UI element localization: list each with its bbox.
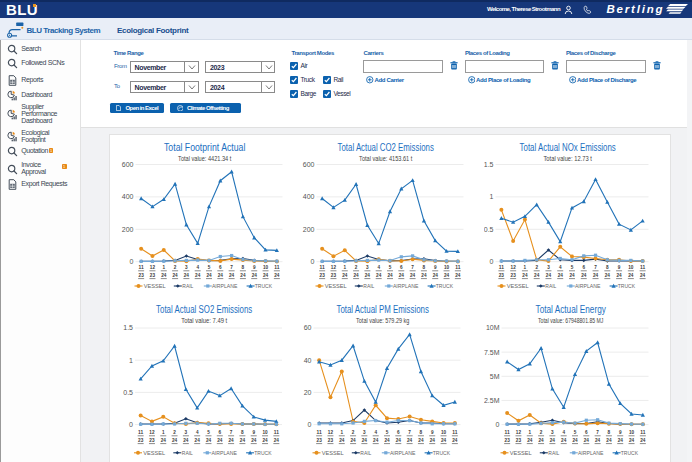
svg-text:24: 24 — [194, 437, 200, 443]
svg-text:24: 24 — [217, 437, 223, 443]
svg-text:RAIL: RAIL — [182, 282, 194, 289]
svg-text:2: 2 — [352, 429, 355, 435]
svg-text:11: 11 — [317, 429, 323, 435]
svg-text:1: 1 — [340, 429, 343, 435]
svg-text:23: 23 — [504, 437, 510, 443]
svg-text:4: 4 — [196, 264, 199, 270]
svg-text:2: 2 — [173, 429, 176, 435]
svg-text:24: 24 — [549, 437, 555, 443]
svg-text:RAIL: RAIL — [548, 449, 560, 456]
svg-text:24: 24 — [569, 272, 575, 278]
svg-text:24: 24 — [396, 437, 402, 443]
svg-text:10M: 10M — [485, 324, 499, 331]
svg-text:6: 6 — [219, 264, 222, 270]
svg-text:1: 1 — [162, 264, 165, 270]
svg-text:24: 24 — [595, 437, 601, 443]
svg-text:23: 23 — [149, 272, 155, 278]
svg-text:9: 9 — [252, 264, 255, 270]
svg-text:11: 11 — [320, 264, 326, 270]
svg-text:0: 0 — [489, 258, 493, 265]
svg-text:23: 23 — [498, 272, 504, 278]
svg-text:Total value: 4421.34 t: Total value: 4421.34 t — [178, 155, 231, 162]
svg-text:24: 24 — [527, 437, 533, 443]
svg-text:1: 1 — [129, 357, 133, 364]
svg-text:10: 10 — [444, 264, 449, 270]
svg-text:1.5: 1.5 — [123, 324, 133, 331]
svg-text:4: 4 — [195, 429, 198, 435]
svg-text:9: 9 — [617, 264, 620, 270]
svg-text:TRUCK: TRUCK — [433, 449, 451, 456]
svg-text:24: 24 — [410, 272, 416, 278]
svg-text:6: 6 — [400, 264, 403, 270]
svg-text:11: 11 — [138, 429, 144, 435]
svg-text:23: 23 — [149, 437, 155, 443]
svg-text:1: 1 — [528, 429, 531, 435]
svg-text:24: 24 — [262, 272, 268, 278]
svg-text:7: 7 — [596, 429, 599, 435]
svg-text:24: 24 — [373, 437, 379, 443]
svg-text:24: 24 — [444, 272, 450, 278]
svg-text:24: 24 — [183, 437, 189, 443]
svg-text:5: 5 — [570, 264, 573, 270]
svg-text:4: 4 — [374, 429, 377, 435]
svg-text:0.5: 0.5 — [484, 226, 494, 233]
svg-text:24: 24 — [534, 272, 540, 278]
svg-text:24: 24 — [617, 437, 623, 443]
svg-text:7: 7 — [230, 264, 233, 270]
svg-text:24: 24 — [183, 272, 189, 278]
svg-text:1: 1 — [161, 429, 164, 435]
svg-text:RAIL: RAIL — [545, 282, 557, 289]
svg-text:1: 1 — [343, 264, 346, 270]
svg-text:7: 7 — [229, 429, 232, 435]
svg-text:24: 24 — [430, 437, 436, 443]
svg-text:24: 24 — [545, 272, 551, 278]
svg-text:1: 1 — [489, 193, 493, 200]
svg-text:VESSEL: VESSEL — [143, 282, 166, 289]
svg-text:24: 24 — [161, 272, 167, 278]
svg-text:24: 24 — [628, 437, 634, 443]
svg-text:24: 24 — [628, 272, 634, 278]
svg-text:3: 3 — [363, 429, 366, 435]
svg-text:23: 23 — [328, 437, 334, 443]
svg-text:24: 24 — [339, 437, 345, 443]
svg-text:5M: 5M — [489, 373, 499, 380]
svg-text:6: 6 — [582, 264, 585, 270]
svg-text:12: 12 — [515, 429, 520, 435]
svg-text:24: 24 — [581, 272, 587, 278]
svg-text:12: 12 — [331, 264, 336, 270]
svg-text:8: 8 — [606, 264, 609, 270]
svg-text:Total Footprint Actual: Total Footprint Actual — [164, 142, 245, 153]
svg-text:24: 24 — [206, 272, 212, 278]
svg-text:3: 3 — [551, 429, 554, 435]
svg-text:TRUCK: TRUCK — [254, 449, 272, 456]
svg-text:1.5: 1.5 — [484, 161, 494, 168]
svg-text:10: 10 — [628, 264, 633, 270]
svg-text:24: 24 — [274, 272, 280, 278]
svg-text:24: 24 — [606, 437, 612, 443]
svg-text:9: 9 — [431, 429, 434, 435]
svg-text:6: 6 — [585, 429, 588, 435]
svg-text:24: 24 — [616, 272, 622, 278]
svg-text:24: 24 — [342, 272, 348, 278]
svg-text:Total value: 7.49 t: Total value: 7.49 t — [181, 317, 227, 324]
svg-text:24: 24 — [251, 437, 257, 443]
svg-text:24: 24 — [557, 272, 563, 278]
svg-text:TRUCK: TRUCK — [436, 282, 454, 289]
svg-text:8: 8 — [423, 264, 426, 270]
svg-text:24: 24 — [239, 437, 245, 443]
svg-text:24: 24 — [251, 272, 257, 278]
svg-text:11: 11 — [504, 429, 510, 435]
svg-text:0: 0 — [129, 421, 133, 428]
svg-text:Total Actual CO2 Emissions: Total Actual CO2 Emissions — [338, 142, 434, 153]
svg-text:4: 4 — [558, 264, 561, 270]
svg-text:24: 24 — [205, 437, 211, 443]
svg-text:12: 12 — [149, 429, 154, 435]
svg-text:11: 11 — [498, 264, 504, 270]
svg-text:200: 200 — [121, 226, 133, 233]
svg-text:4: 4 — [377, 264, 380, 270]
svg-text:10: 10 — [441, 429, 446, 435]
svg-text:0.5: 0.5 — [123, 389, 133, 396]
svg-text:24: 24 — [418, 437, 424, 443]
svg-text:24: 24 — [160, 437, 166, 443]
svg-text:24: 24 — [522, 272, 528, 278]
